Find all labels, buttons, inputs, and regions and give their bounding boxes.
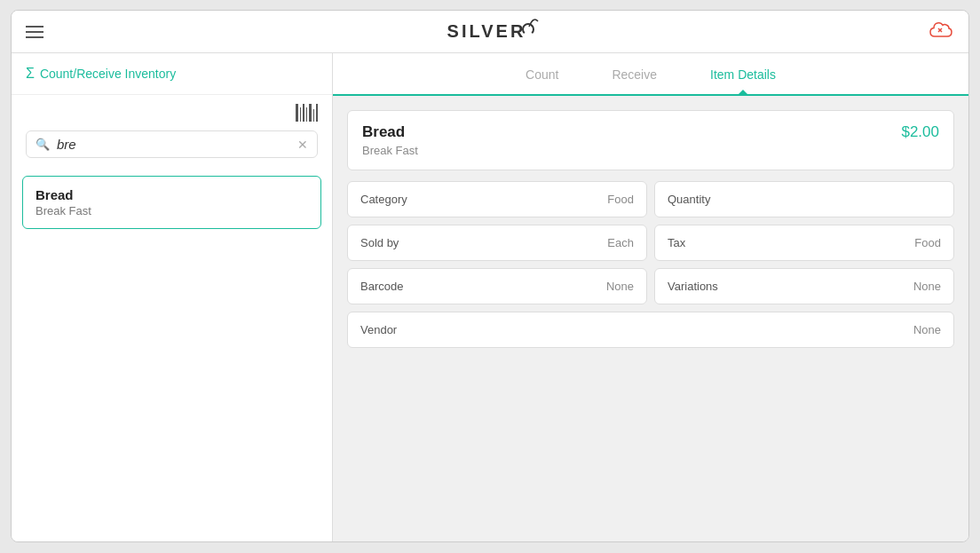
menu-button[interactable] — [26, 26, 43, 38]
cloud-status-icon — [929, 20, 954, 43]
barcode-button[interactable] — [296, 104, 318, 122]
top-bar: SILVER — [12, 11, 968, 53]
app-frame: SILVER Σ Count/Receive Inventory — [11, 10, 969, 542]
app-title: SILVER — [447, 21, 526, 41]
left-header: Σ Count/Receive Inventory — [12, 53, 332, 95]
field-barcode-label: Barcode — [360, 280, 403, 293]
main-content: Σ Count/Receive Inventory 🔍 ✕ — [12, 53, 968, 541]
sigma-icon: Σ — [26, 66, 35, 82]
field-sold-by-value: Each — [607, 236, 634, 249]
item-subtitle: Break Fast — [36, 204, 308, 217]
field-sold-by-label: Sold by — [360, 236, 399, 249]
right-panel: Count Receive Item Details Bread Break F… — [333, 53, 968, 541]
field-vendor: Vendor None — [347, 312, 954, 348]
field-variations-value: None — [913, 280, 941, 293]
clear-icon[interactable]: ✕ — [297, 138, 308, 152]
item-name: Bread — [36, 187, 308, 202]
search-input[interactable] — [57, 137, 290, 152]
item-detail-info: Bread Break Fast — [362, 123, 418, 157]
field-barcode-value: None — [606, 280, 634, 293]
fields-grid: Category Food Quantity Sold by Each Tax … — [347, 181, 954, 348]
field-variations: Variations None — [654, 268, 954, 304]
app-logo: SILVER — [447, 21, 526, 42]
tab-item-details[interactable]: Item Details — [710, 55, 776, 94]
list-item[interactable]: Bread Break Fast — [22, 176, 321, 229]
detail-area: Bread Break Fast $2.00 Category Food Qua… — [333, 96, 968, 541]
item-detail-header: Bread Break Fast $2.00 — [347, 110, 954, 170]
field-quantity[interactable]: Quantity — [654, 181, 954, 217]
field-tax-label: Tax — [668, 236, 685, 249]
field-category-value: Food — [607, 193, 634, 206]
search-icon: 🔍 — [36, 138, 50, 151]
field-category: Category Food — [347, 181, 647, 217]
field-vendor-label: Vendor — [360, 323, 397, 336]
field-tax-value: Food — [914, 236, 941, 249]
search-row: 🔍 ✕ — [12, 125, 332, 169]
field-variations-label: Variations — [668, 280, 718, 293]
item-list: Bread Break Fast — [12, 169, 332, 541]
tabs-wrapper: Count Receive Item Details — [333, 53, 968, 96]
left-panel: Σ Count/Receive Inventory 🔍 ✕ — [12, 53, 333, 541]
search-box: 🔍 ✕ — [26, 130, 318, 158]
detail-item-name: Bread — [362, 123, 418, 141]
field-tax: Tax Food — [654, 225, 954, 261]
logo-swoosh — [527, 18, 540, 28]
field-category-label: Category — [360, 193, 407, 206]
tabs-active-line — [333, 94, 968, 96]
field-barcode: Barcode None — [347, 268, 647, 304]
detail-item-price: $2.00 — [901, 123, 939, 141]
field-sold-by: Sold by Each — [347, 225, 647, 261]
field-quantity-label: Quantity — [668, 193, 710, 206]
inventory-title-text: Count/Receive Inventory — [40, 67, 176, 81]
inventory-title: Σ Count/Receive Inventory — [26, 66, 318, 82]
tab-receive[interactable]: Receive — [612, 55, 657, 94]
cloud-icon — [929, 20, 954, 40]
barcode-icon — [296, 104, 318, 122]
hamburger-icon — [26, 26, 43, 38]
tabs-bar: Count Receive Item Details — [333, 53, 968, 96]
tab-count[interactable]: Count — [526, 55, 558, 94]
barcode-row — [12, 95, 332, 125]
field-vendor-value: None — [913, 323, 941, 336]
detail-item-subtitle: Break Fast — [362, 144, 418, 157]
